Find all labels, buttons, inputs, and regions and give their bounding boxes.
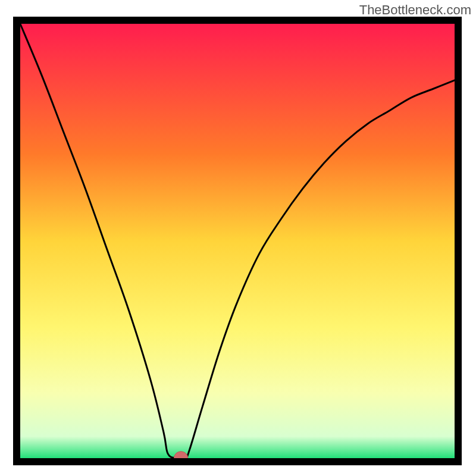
gradient-background	[20, 24, 455, 458]
watermark-text: TheBottleneck.com	[359, 2, 471, 18]
plot-frame	[13, 17, 462, 465]
chart-svg	[13, 17, 462, 465]
chart-container: TheBottleneck.com	[0, 0, 476, 476]
plot-area	[17, 20, 458, 465]
